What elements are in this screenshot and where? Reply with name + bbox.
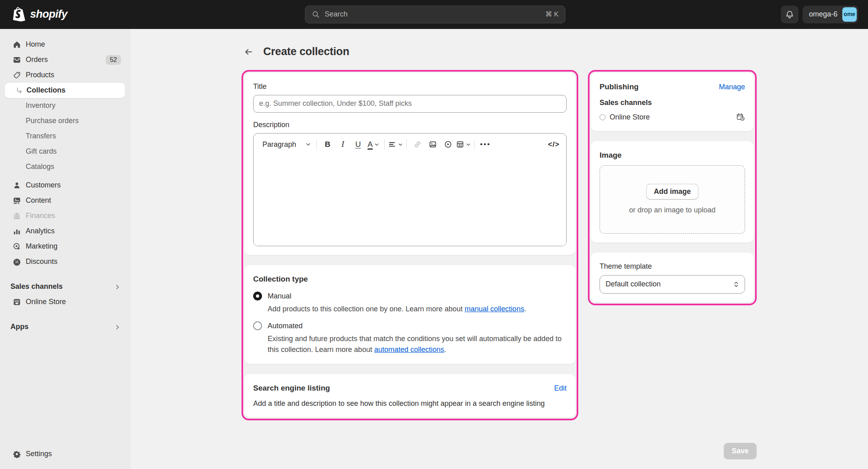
sidebar-item-content[interactable]: Content xyxy=(5,193,125,208)
manual-option: Manual Add products to this collection o… xyxy=(253,291,567,315)
search-engine-listing-card: Search engine listing Edit Add a title a… xyxy=(244,374,575,418)
sales-channels-section-header[interactable]: Sales channels xyxy=(5,279,125,294)
form-annotation-highlight: Title Description Paragraph B xyxy=(242,70,578,420)
sidebar-item-collections[interactable]: Collections xyxy=(5,83,125,98)
page-title: Create collection xyxy=(263,44,349,60)
automated-option: Automated Existing and future products t… xyxy=(253,321,567,355)
description-textarea[interactable] xyxy=(254,155,566,246)
sidebar-item-label: Analytics xyxy=(26,226,121,236)
select-stepper-icon xyxy=(733,281,739,288)
insert-link-button xyxy=(410,138,425,151)
title-input[interactable] xyxy=(253,95,567,113)
insert-video-button[interactable] xyxy=(440,138,456,151)
bold-button[interactable]: B xyxy=(320,138,335,151)
manual-radio[interactable] xyxy=(253,292,262,300)
search-icon xyxy=(312,10,320,19)
alignment-button[interactable] xyxy=(388,138,403,151)
sidebar-item-marketing[interactable]: Marketing xyxy=(5,239,125,254)
sidebar-item-label: Online Store xyxy=(26,297,121,307)
paragraph-style-label: Paragraph xyxy=(262,140,296,150)
sidebar-item-catalogs[interactable]: Catalogs xyxy=(5,159,125,175)
text-color-button[interactable]: A xyxy=(366,138,381,151)
publishing-heading: Publishing xyxy=(600,82,639,93)
underline-button[interactable]: U xyxy=(350,138,366,151)
home-icon xyxy=(12,41,22,49)
automated-option-label[interactable]: Automated xyxy=(268,321,567,331)
storefront-icon xyxy=(12,298,22,306)
sidebar-item-label: Content xyxy=(26,195,121,206)
analytics-bars-icon xyxy=(12,227,22,235)
orders-icon xyxy=(12,56,22,64)
account-menu[interactable]: omega-6 ome xyxy=(802,6,858,23)
seo-description: Add a title and description to see how t… xyxy=(253,399,567,409)
nested-arrow-icon xyxy=(15,87,23,94)
sidebar-item-products[interactable]: Products xyxy=(5,68,125,83)
search-placeholder: Search xyxy=(325,9,348,19)
sales-channels-label: Sales channels xyxy=(600,98,745,108)
sidebar-item-online-store[interactable]: Online Store xyxy=(5,294,125,310)
more-options-button[interactable]: ••• xyxy=(478,138,493,151)
global-search-input[interactable]: Search ⌘ K xyxy=(305,6,565,23)
automated-radio[interactable] xyxy=(253,321,262,330)
shopify-logo[interactable]: shopify xyxy=(12,6,133,23)
sidebar-item-label: Gift cards xyxy=(26,146,121,156)
sidebar-item-discounts[interactable]: Discounts xyxy=(5,254,125,269)
image-card: Image Add image or drop an image to uplo… xyxy=(591,141,754,243)
search-shortcut: ⌘ K xyxy=(545,10,559,19)
sidebar-item-inventory[interactable]: Inventory xyxy=(5,98,125,113)
chevron-right-icon xyxy=(115,284,120,290)
image-dropzone[interactable]: Add image or drop an image to upload xyxy=(600,165,745,234)
manual-collections-link[interactable]: manual collections xyxy=(465,305,524,313)
sidebar-item-customers[interactable]: Customers xyxy=(5,178,125,193)
online-store-channel-row: Online Store xyxy=(600,112,745,122)
sidebar-item-settings[interactable]: Settings xyxy=(5,446,125,462)
description-label: Description xyxy=(253,120,567,130)
sidebar-item-label: Collections xyxy=(27,85,121,95)
products-tag-icon xyxy=(12,71,22,79)
sidebar-item-label: Products xyxy=(26,70,121,80)
seo-edit-link[interactable]: Edit xyxy=(554,383,567,393)
sidebar-item-purchase-orders[interactable]: Purchase orders xyxy=(5,113,125,129)
notifications-button[interactable] xyxy=(781,6,798,23)
publishing-manage-link[interactable]: Manage xyxy=(719,82,745,92)
shopify-bag-icon xyxy=(12,6,27,23)
code-view-button[interactable]: </> xyxy=(546,138,561,151)
orders-count-badge: 52 xyxy=(106,55,121,65)
manual-option-description: Add products to this collection one by o… xyxy=(268,304,526,315)
publishing-card: Publishing Manage Sales channels Online … xyxy=(591,73,754,131)
schedule-calendar-clock-icon[interactable] xyxy=(736,113,745,121)
italic-button[interactable]: I xyxy=(335,138,350,151)
back-button[interactable] xyxy=(242,45,256,59)
channel-status-ring-icon xyxy=(600,114,606,120)
bell-icon xyxy=(785,10,794,19)
sidebar-item-analytics[interactable]: Analytics xyxy=(5,224,125,239)
automated-collections-link[interactable]: automated collections xyxy=(374,346,444,354)
sidebar-item-transfers[interactable]: Transfers xyxy=(5,129,125,144)
sidebar-item-label: Customers xyxy=(26,180,121,190)
finances-bank-icon xyxy=(12,212,22,220)
sidebar-item-label: Catalogs xyxy=(26,162,121,172)
sidebar-item-orders[interactable]: Orders 52 xyxy=(5,52,125,68)
sidebar-item-label: Finances xyxy=(26,211,121,221)
dropzone-hint: or drop an image to upload xyxy=(629,205,715,215)
theme-template-select[interactable]: Default collection xyxy=(600,275,745,294)
sidebar-item-label: Home xyxy=(26,39,121,49)
paragraph-style-dropdown[interactable]: Paragraph xyxy=(258,138,313,151)
sidebar-item-home[interactable]: Home xyxy=(5,37,125,52)
add-image-button[interactable]: Add image xyxy=(646,184,698,200)
description-text: . xyxy=(444,346,446,354)
sidebar-item-label: Settings xyxy=(26,449,121,459)
manual-option-label[interactable]: Manual xyxy=(268,291,526,301)
insert-table-button[interactable] xyxy=(456,138,471,151)
sidebar-item-gift-cards[interactable]: Gift cards xyxy=(5,144,125,159)
description-text: . xyxy=(524,305,526,313)
sidebar: Home Orders 52 Products Collections Inve… xyxy=(0,29,130,469)
top-bar: shopify Search ⌘ K omega-6 ome xyxy=(0,0,868,29)
apps-section-header[interactable]: Apps xyxy=(5,319,125,335)
save-button[interactable]: Save xyxy=(724,443,757,459)
channel-label: Online Store xyxy=(610,112,650,122)
theme-template-label: Theme template xyxy=(600,261,745,272)
insert-image-button[interactable] xyxy=(425,138,440,151)
toolbar-separator xyxy=(406,139,407,150)
marketing-target-icon xyxy=(12,243,22,251)
